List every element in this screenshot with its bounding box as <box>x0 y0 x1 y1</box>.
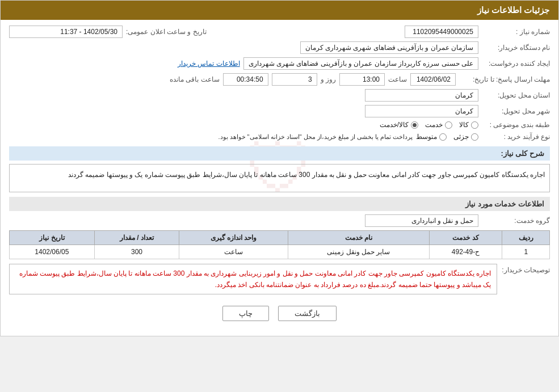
radio-mottavasset-circle <box>439 133 447 141</box>
creator-value: علی حسنی سرزه کاربرداز سازمان عمران و با… <box>243 57 478 70</box>
remaining-label: ساعت باقی مانده <box>170 75 220 83</box>
radio-khedmat-label: خدمت <box>425 121 443 129</box>
table-row: 1ح-49-492سایر حمل ونقل زمینیساعت3001402/… <box>10 245 550 259</box>
deadline-label: مهلت ارسال پاسخ: تا تاریخ: <box>459 75 550 83</box>
row-city: شهر محل تحویل: کرمان <box>9 105 550 117</box>
radio-kala-khedmat[interactable]: کالا/خدمت <box>380 121 418 129</box>
buyer-org-label: نام دستگاه خریدار: <box>482 44 550 52</box>
table-cell-unit: ساعت <box>179 245 288 259</box>
need-description-box: اجاره یکدستگاه کامیون کمپرسی جاور جهت کا… <box>9 164 550 192</box>
contact-link[interactable]: اطلاعات تماس خریدار <box>178 60 240 68</box>
row-service-group: گروه خدمت: حمل و نقل و انبارداری <box>9 214 550 227</box>
page-container: 🛡 جزئیات اطلاعات نیاز شماره نیاز : 11020… <box>0 0 559 336</box>
deadline-days-value: 3 <box>272 73 317 86</box>
category-radio-group: کالا خدمت کالا/خدمت <box>380 121 478 129</box>
need-description-text: اجاره یکدستگاه کامیون کمپرسی جاور جهت کا… <box>68 171 545 179</box>
buyer-notes-row: توصیحات خریدار: اجاره یکدستگاه کامیون کم… <box>9 264 550 295</box>
radio-kala-khedmat-circle <box>411 121 418 129</box>
province-label: استان محل تحویل: <box>482 91 550 99</box>
radio-kala-circle <box>471 121 478 129</box>
back-button[interactable]: بازگشت <box>278 306 337 321</box>
service-group-label: گروه خدمت: <box>482 217 550 225</box>
radio-kala-label: کالا <box>459 121 469 129</box>
radio-mottavasset[interactable]: متوسط <box>416 133 447 141</box>
page-title: جزئیات اطلاعات نیاز <box>477 5 549 15</box>
datetime-value: 1402/05/30 - 11:37 <box>9 26 123 38</box>
creator-label: ایجاد کننده درخواست: <box>482 60 550 68</box>
deadline-time-label: ساعت <box>388 75 407 83</box>
buyer-notes-text: اجاره یکدستگاه کامیون کمپرسی جاور جهت کا… <box>19 269 491 289</box>
table-header-date: تاریخ نیاز <box>10 230 95 245</box>
radio-jozi[interactable]: جزئی <box>453 133 478 141</box>
table-header-qty: تعداد / مقدار <box>94 230 179 245</box>
process-radio-group: جزئی متوسط <box>416 133 478 141</box>
print-button[interactable]: چاپ <box>222 306 269 321</box>
row-category: طبقه بندی موضوعی : کالا خدمت کالا/خدمت <box>9 121 550 129</box>
row-process: نوع فرآیند خرید : جزئی متوسط پرداخت تمام… <box>9 132 550 142</box>
row-deadline: مهلت ارسال پاسخ: تا تاریخ: 1402/06/02 سا… <box>9 73 550 86</box>
table-header-unit: واحد اندازه گیری <box>179 230 288 245</box>
main-content: شماره نیاز : 1102095449000025 تاریخ و سا… <box>1 20 558 336</box>
radio-kala[interactable]: کالا <box>459 121 478 129</box>
buyer-notes-label: توصیحات خریدار: <box>502 264 550 274</box>
table-header-code: کد خدمت <box>429 230 502 245</box>
remaining-time-value: 00:34:50 <box>223 73 268 86</box>
row-need-number: شماره نیاز : 1102095449000025 تاریخ و سا… <box>9 26 550 38</box>
buyer-org-value: سازمان عمران و بازآفرینی فضاهای شهری شهر… <box>300 41 478 54</box>
page-header: جزئیات اطلاعات نیاز <box>1 1 558 20</box>
radio-jozi-circle <box>471 133 478 141</box>
category-label: طبقه بندی موضوعی : <box>482 121 550 129</box>
deadline-date-value: 1402/06/02 <box>410 73 456 86</box>
row-buyer-org: نام دستگاه خریدار: سازمان عمران و بازآفر… <box>9 41 550 54</box>
need-number-value: 1102095449000025 <box>405 26 478 38</box>
table-cell-row: 1 <box>502 245 550 259</box>
service-group-value: حمل و نقل و انبارداری <box>365 214 478 227</box>
need-description-header: شرح کلی نیاز: <box>9 146 550 161</box>
radio-jozi-label: جزئی <box>453 133 469 141</box>
deadline-time-value: 13:00 <box>339 73 385 86</box>
row-creator: ایجاد کننده درخواست: علی حسنی سرزه کاربر… <box>9 57 550 70</box>
radio-kala-khedmat-label: کالا/خدمت <box>380 121 409 129</box>
province-value: کرمان <box>365 89 478 102</box>
table-cell-name: سایر حمل ونقل زمینی <box>288 245 429 259</box>
buyer-notes-content: اجاره یکدستگاه کامیون کمپرسی جاور جهت کا… <box>9 264 497 295</box>
table-header-row: ردیف <box>502 230 550 245</box>
process-label: نوع فرآیند خرید : <box>482 133 550 141</box>
table-cell-quantity: 300 <box>94 245 179 259</box>
deadline-days-label: روز و <box>321 75 336 83</box>
buttons-row: بازگشت چاپ <box>9 299 550 330</box>
services-info-header: اطلاعات خدمات مورد نیاز <box>9 197 550 211</box>
city-label: شهر محل تحویل: <box>482 107 550 115</box>
datetime-label: تاریخ و ساعت اعلان عمومی: <box>126 28 207 36</box>
table-cell-code: ح-49-492 <box>429 245 502 259</box>
city-value: کرمان <box>365 105 478 117</box>
radio-khedmat[interactable]: خدمت <box>425 121 452 129</box>
table-header-name: نام خدمت <box>288 230 429 245</box>
radio-mottavasset-label: متوسط <box>416 133 437 141</box>
radio-khedmat-circle <box>445 121 452 129</box>
services-table: ردیف کد خدمت نام خدمت واحد اندازه گیری ت… <box>9 230 550 259</box>
need-number-label: شماره نیاز : <box>482 28 550 36</box>
table-cell-date: 1402/06/05 <box>10 245 95 259</box>
process-note: پرداخت تمام یا بخشی از مبلغ خرید،از محل … <box>9 132 413 142</box>
row-province: استان محل تحویل: کرمان <box>9 89 550 102</box>
